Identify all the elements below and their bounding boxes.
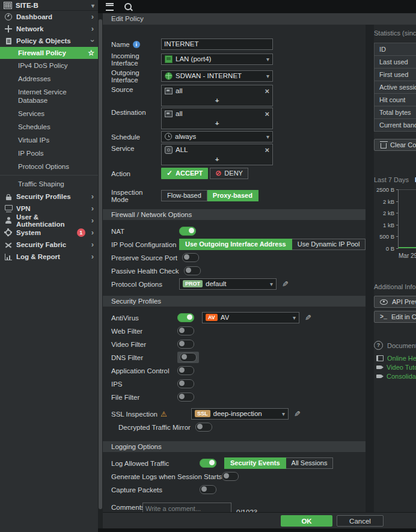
schedule-row: Schedule always	[111, 130, 366, 142]
sidebar-item-internet-service-database[interactable]: Internet Service Database	[0, 85, 98, 107]
ok-button[interactable]: OK	[281, 515, 332, 527]
sidebar-item-user-authentication[interactable]: User & Authentication	[0, 215, 98, 227]
sidebar-item-ipv4-dos-policy[interactable]: IPv4 DoS Policy	[0, 59, 98, 72]
statistics-panel: Statistics (since ID Last used First use…	[374, 25, 416, 382]
video-filter-toggle[interactable]	[177, 340, 194, 349]
site-selector[interactable]: SITE-B	[0, 0, 98, 11]
edit-in-cli-button[interactable]: Edit in CLI	[374, 311, 416, 323]
sidebar-item-vpn[interactable]: VPN	[0, 203, 98, 215]
destination-entry[interactable]: all	[162, 108, 272, 119]
sidebar-item-policy-objects[interactable]: Policy & Objects	[0, 35, 98, 47]
sidebar-item-dashboard[interactable]: Dashboard	[0, 11, 98, 23]
api-preview-button[interactable]: API Preview	[374, 296, 416, 308]
passive-health-check-toggle[interactable]	[184, 266, 201, 275]
all-sessions-option[interactable]: All Sessions	[286, 457, 334, 469]
use-outgoing-interface-option[interactable]: Use Outgoing Interface Address	[179, 239, 292, 250]
file-filter-toggle[interactable]	[177, 393, 194, 402]
star-icon[interactable]	[88, 49, 94, 57]
sidebar-item-label: Dashboard	[16, 13, 52, 20]
sidebar-item-virtual-ips[interactable]: Virtual IPs	[0, 133, 98, 147]
doc-link-label: Video Tutorials	[387, 364, 416, 371]
add-destination-button[interactable]	[162, 119, 272, 129]
antivirus-select[interactable]: AV AV	[202, 312, 299, 323]
search-icon[interactable]	[124, 3, 132, 10]
sidebar-item-security-fabric[interactable]: Security Fabric	[0, 239, 98, 251]
capture-packets-toggle[interactable]	[200, 485, 216, 494]
caret-down-icon	[266, 72, 269, 79]
sidebar-item-protocol-options[interactable]: Protocol Options	[0, 160, 98, 173]
sidebar-item-firewall-policy[interactable]: Firewall Policy	[0, 47, 98, 59]
sidebar-item-traffic-shaping[interactable]: Traffic Shaping	[0, 177, 98, 191]
edit-pencil-icon[interactable]	[294, 409, 301, 418]
sidebar-item-addresses[interactable]: Addresses	[0, 72, 98, 85]
doc-link-label: Online Help	[387, 355, 416, 362]
ssl-inspection-select[interactable]: SSL deep-inspection	[191, 408, 289, 420]
decrypted-traffic-mirror-row: Decrypted Traffic Mirror	[118, 421, 366, 433]
file-filter-label: File Filter	[111, 393, 177, 401]
online-help-link[interactable]: Online Help	[376, 355, 416, 362]
generate-logs-toggle[interactable]	[222, 472, 239, 481]
hamburger-menu-icon[interactable]	[106, 3, 114, 11]
x-tick: Mar 29	[399, 252, 416, 259]
documentation-title: Documentation	[387, 342, 416, 349]
security-events-option[interactable]: Security Events	[224, 457, 286, 469]
ssl-inspection-row: SSL Inspection SSL deep-inspection	[111, 408, 366, 420]
service-entry[interactable]: ALL	[162, 144, 272, 155]
y-tick: 2500 B	[374, 187, 394, 192]
sidebar-item-services[interactable]: Services	[0, 107, 98, 120]
flow-based-option[interactable]: Flow-based	[161, 190, 207, 201]
ips-label: IPS	[111, 379, 177, 388]
schedule-select[interactable]: always	[161, 131, 273, 142]
incoming-interface-select[interactable]: LAN (port4)	[161, 54, 273, 65]
protocol-options-select[interactable]: PROT default	[179, 278, 277, 290]
service-icon	[165, 146, 173, 154]
source-entry[interactable]: all	[162, 85, 272, 96]
sidebar-item-schedules[interactable]: Schedules	[0, 120, 98, 133]
add-source-button[interactable]	[162, 96, 272, 106]
protocol-options-label: Protocol Options	[111, 280, 179, 288]
documentation-links: Online Help Video Tutorials Consolidated	[376, 355, 416, 380]
sidebar-item-ip-pools[interactable]: IP Pools	[0, 147, 98, 160]
outgoing-interface-row: Outgoing Interface SDWAN - INTERNET	[111, 68, 366, 84]
cancel-button[interactable]: Cancel	[337, 515, 384, 527]
notification-badge: 1	[77, 228, 85, 237]
clock-icon	[165, 133, 172, 140]
sidebar-item-security-profiles[interactable]: Security Profiles	[0, 191, 98, 203]
remove-destination-button[interactable]	[265, 109, 269, 118]
clear-counters-button[interactable]: Clear Counters	[374, 139, 416, 151]
application-control-toggle[interactable]	[177, 366, 194, 375]
edit-pencil-icon[interactable]	[282, 280, 289, 289]
proxy-based-option[interactable]: Proxy-based	[207, 190, 258, 201]
sidebar-item-system[interactable]: System 1	[0, 227, 98, 239]
destination-row: Destination all	[111, 108, 366, 129]
sidebar-item-log-report[interactable]: Log & Report	[0, 251, 98, 263]
web-filter-toggle[interactable]	[177, 326, 194, 335]
antivirus-toggle[interactable]	[177, 313, 194, 322]
sidebar-item-label: Traffic Shaping	[18, 180, 64, 188]
deny-button[interactable]: DENY	[210, 168, 248, 179]
policy-document-icon	[6, 38, 11, 44]
name-input[interactable]	[161, 38, 273, 50]
documentation-header: Documentation	[374, 341, 416, 350]
accept-button[interactable]: ACCEPT	[161, 168, 208, 179]
antivirus-value: AV	[221, 314, 230, 321]
ips-toggle[interactable]	[177, 379, 194, 388]
remove-source-button[interactable]	[265, 87, 269, 96]
add-service-button[interactable]	[162, 155, 272, 165]
remove-service-button[interactable]	[265, 145, 269, 154]
sidebar-item-network[interactable]: Network	[0, 23, 98, 35]
consolidated-link[interactable]: Consolidated	[376, 373, 416, 380]
outgoing-interface-select[interactable]: SDWAN - INTERNET	[161, 70, 273, 82]
dns-filter-toggle[interactable]	[180, 353, 197, 362]
scrollbar-thumb[interactable]	[99, 19, 102, 509]
preserve-source-port-toggle[interactable]	[182, 253, 199, 262]
video-tutorials-link[interactable]: Video Tutorials	[376, 364, 416, 371]
sidebar-scrollbar[interactable]	[98, 13, 103, 532]
nat-toggle[interactable]	[179, 227, 196, 236]
decrypted-traffic-mirror-toggle[interactable]	[195, 423, 212, 432]
use-dynamic-pool-option[interactable]: Use Dynamic IP Pool	[292, 239, 366, 250]
log-allowed-traffic-toggle[interactable]	[200, 459, 216, 468]
logging-options-section: Logging Options Log Allowed Traffic Secu…	[111, 441, 366, 512]
comments-input[interactable]	[142, 503, 231, 512]
edit-pencil-icon[interactable]	[305, 313, 311, 322]
